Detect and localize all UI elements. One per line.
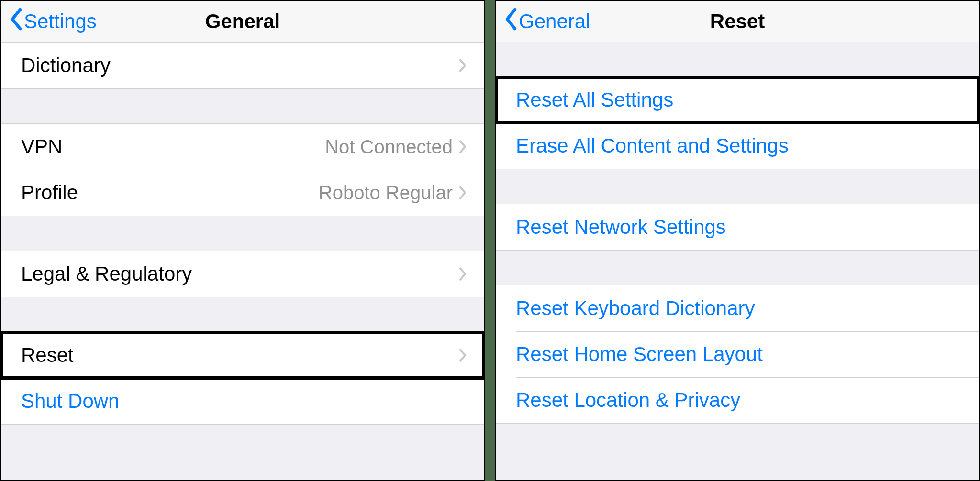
row-label: Reset Location & Privacy — [516, 389, 962, 412]
back-label: Settings — [24, 10, 97, 33]
row-reset-keyboard-dictionary[interactable]: Reset Keyboard Dictionary — [496, 285, 979, 331]
back-button-settings[interactable]: Settings — [10, 8, 97, 35]
reset-content: Reset All Settings Erase All Content and… — [496, 42, 979, 480]
row-reset[interactable]: Reset — [1, 332, 484, 378]
row-reset-network-settings[interactable]: Reset Network Settings — [496, 204, 979, 250]
section-gap — [1, 216, 484, 251]
row-label: VPN — [21, 135, 325, 158]
group-reset-misc: Reset Keyboard Dictionary Reset Home Scr… — [496, 285, 979, 424]
row-label: Dictionary — [21, 54, 458, 77]
row-reset-home-screen-layout[interactable]: Reset Home Screen Layout — [496, 331, 979, 377]
back-button-general[interactable]: General — [504, 8, 590, 35]
row-legal-regulatory[interactable]: Legal & Regulatory — [1, 251, 484, 297]
row-value: Roboto Regular — [319, 182, 453, 204]
row-erase-all-content[interactable]: Erase All Content and Settings — [496, 123, 979, 169]
row-label: Erase All Content and Settings — [516, 134, 962, 157]
row-label: Reset All Settings — [516, 88, 962, 111]
row-label: Reset Home Screen Layout — [516, 343, 962, 366]
section-gap — [496, 251, 979, 285]
row-label: Reset Keyboard Dictionary — [516, 297, 962, 320]
chevron-right-icon — [458, 58, 467, 73]
group-legal: Legal & Regulatory — [1, 251, 484, 297]
chevron-right-icon — [458, 140, 467, 154]
chevron-right-icon — [458, 267, 467, 281]
group-reset-erase: Reset All Settings Erase All Content and… — [496, 77, 979, 169]
chevron-left-icon — [10, 8, 23, 35]
group-vpn-profile: VPN Not Connected Profile Roboto Regular — [1, 123, 484, 216]
general-content: Dictionary VPN Not Connected Profile Rob… — [1, 42, 484, 480]
row-reset-all-settings[interactable]: Reset All Settings — [496, 77, 979, 123]
section-gap — [496, 169, 979, 204]
page-title-reset: Reset — [710, 10, 765, 33]
row-shut-down[interactable]: Shut Down — [1, 378, 484, 424]
row-label: Reset Network Settings — [516, 216, 962, 239]
group-reset-shutdown: Reset Shut Down — [1, 332, 484, 425]
navbar-reset: General Reset — [496, 1, 979, 42]
row-vpn[interactable]: VPN Not Connected — [1, 124, 484, 170]
row-label: Legal & Regulatory — [21, 262, 458, 285]
row-profile[interactable]: Profile Roboto Regular — [1, 170, 484, 216]
row-label: Reset — [21, 344, 458, 367]
group-reset-network: Reset Network Settings — [496, 204, 979, 251]
reset-settings-pane: General Reset Reset All Settings Erase A… — [495, 0, 980, 481]
back-label: General — [519, 10, 590, 33]
section-gap — [1, 297, 484, 332]
row-reset-location-privacy[interactable]: Reset Location & Privacy — [496, 377, 979, 423]
chevron-left-icon — [504, 8, 518, 35]
row-label: Shut Down — [21, 390, 467, 413]
general-settings-pane: Settings General Dictionary VPN Not Conn… — [0, 0, 485, 481]
chevron-right-icon — [458, 348, 467, 362]
page-title-general: General — [205, 10, 280, 33]
row-dictionary[interactable]: Dictionary — [1, 43, 484, 88]
group-dictionary: Dictionary — [1, 42, 484, 89]
section-gap — [1, 89, 484, 123]
navbar-general: Settings General — [1, 1, 484, 42]
chevron-right-icon — [458, 186, 467, 200]
row-label: Profile — [21, 181, 319, 204]
row-value: Not Connected — [325, 136, 453, 158]
section-gap — [496, 42, 979, 77]
